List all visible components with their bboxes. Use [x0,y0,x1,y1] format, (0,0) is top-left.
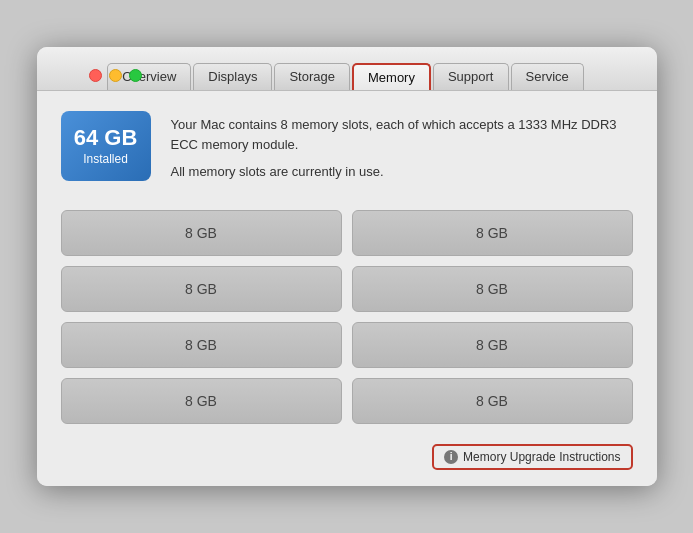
memory-installed-label: Installed [83,152,128,166]
memory-slot-7: 8 GB [61,378,342,424]
top-section: 64 GB Installed Your Mac contains 8 memo… [61,111,633,190]
tab-support[interactable]: Support [433,63,509,90]
system-info-window: Overview Displays Storage Memory Support… [37,47,657,486]
memory-slot-4: 8 GB [352,266,633,312]
memory-slots-grid: 8 GB 8 GB 8 GB 8 GB 8 GB 8 GB 8 GB 8 GB [61,210,633,424]
memory-slot-3: 8 GB [61,266,342,312]
close-button[interactable] [89,69,102,82]
memory-size: 64 GB [74,126,138,150]
footer: i Memory Upgrade Instructions [61,440,633,470]
titlebar: Overview Displays Storage Memory Support… [37,47,657,91]
info-icon: i [444,450,458,464]
memory-slot-1: 8 GB [61,210,342,256]
tab-displays[interactable]: Displays [193,63,272,90]
maximize-button[interactable] [129,69,142,82]
memory-slot-6: 8 GB [352,322,633,368]
memory-slot-2: 8 GB [352,210,633,256]
memory-badge: 64 GB Installed [61,111,151,181]
minimize-button[interactable] [109,69,122,82]
memory-slot-5: 8 GB [61,322,342,368]
slots-status: All memory slots are currently in use. [171,162,633,182]
memory-description: Your Mac contains 8 memory slots, each o… [171,115,633,154]
memory-upgrade-link[interactable]: i Memory Upgrade Instructions [432,444,632,470]
traffic-lights [89,69,142,82]
memory-info: Your Mac contains 8 memory slots, each o… [171,111,633,190]
tab-bar: Overview Displays Storage Memory Support… [107,63,586,90]
content-area: 64 GB Installed Your Mac contains 8 memo… [37,91,657,486]
upgrade-link-label: Memory Upgrade Instructions [463,450,620,464]
tab-memory[interactable]: Memory [352,63,431,90]
memory-slot-8: 8 GB [352,378,633,424]
tab-storage[interactable]: Storage [274,63,350,90]
tab-service[interactable]: Service [511,63,584,90]
